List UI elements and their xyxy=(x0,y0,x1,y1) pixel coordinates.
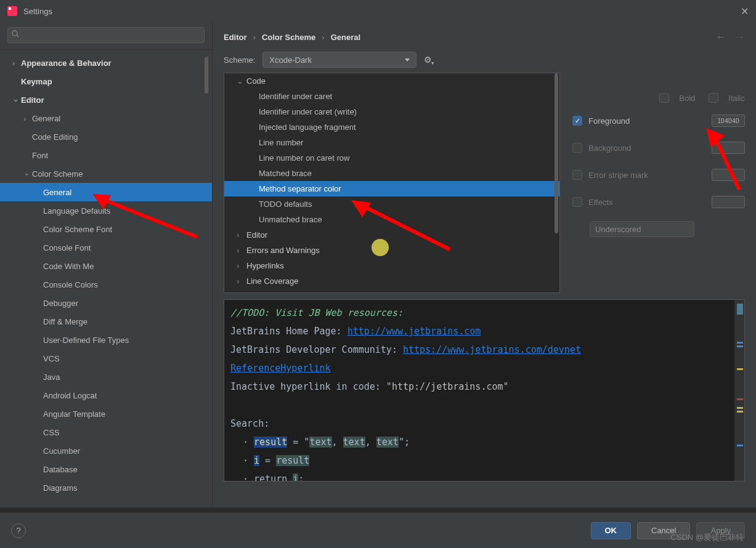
nav-item[interactable]: ›General xyxy=(0,109,212,127)
list-item[interactable]: Matched brace xyxy=(224,166,559,181)
background-swatch[interactable] xyxy=(712,142,745,154)
list-item[interactable]: Method separator color xyxy=(224,181,559,196)
nav-item[interactable]: VCS xyxy=(0,349,212,368)
titlebar: Settings ✕ xyxy=(0,0,756,22)
nav-item[interactable]: User-Defined File Types xyxy=(0,331,212,349)
nav-item[interactable]: ›Appearance & Behavior xyxy=(0,54,212,72)
list-item[interactable]: ⌄Code xyxy=(224,73,559,89)
nav-item[interactable]: Cucumber xyxy=(0,441,212,460)
list-item[interactable]: Injected language fragment xyxy=(224,119,559,135)
effects-swatch[interactable] xyxy=(712,196,745,208)
help-button[interactable]: ? xyxy=(11,523,26,538)
search-input[interactable] xyxy=(7,27,205,43)
nav-item[interactable]: Diagrams xyxy=(0,478,212,497)
list-item[interactable]: ›Line Coverage xyxy=(224,273,559,289)
stripe-swatch[interactable] xyxy=(712,169,745,181)
list-item[interactable]: Unmatched brace xyxy=(224,212,559,227)
list-item[interactable]: TODO defaults xyxy=(224,196,559,212)
list-item[interactable]: Identifier under caret xyxy=(224,89,559,104)
svg-rect-1 xyxy=(9,7,11,10)
nav-item[interactable]: Database xyxy=(0,460,212,478)
ok-button[interactable]: OK xyxy=(591,522,632,539)
scrollbar[interactable] xyxy=(555,73,558,233)
effect-type-select[interactable]: Underscored xyxy=(590,221,694,237)
app-icon xyxy=(7,6,17,16)
svg-line-3 xyxy=(17,35,18,37)
list-item[interactable]: Line number on caret row xyxy=(224,150,559,166)
color-properties: Bold Italic Foreground 1D4D4D Background xyxy=(572,73,745,293)
nav-item[interactable]: Diff & Merge xyxy=(0,312,212,331)
scheme-select[interactable]: Xcode-Dark xyxy=(262,52,417,68)
nav-item[interactable]: Code With Me xyxy=(0,257,212,275)
gutter xyxy=(734,300,744,481)
nav-item[interactable]: Console Colors xyxy=(0,275,212,294)
bold-checkbox[interactable] xyxy=(659,93,669,103)
nav-item[interactable]: ⌄Editor xyxy=(0,91,212,109)
nav-item[interactable]: CSS xyxy=(0,423,212,441)
forward-icon[interactable]: → xyxy=(734,31,745,44)
gear-icon[interactable]: ⚙▾ xyxy=(424,55,432,65)
color-item-list[interactable]: ⌄CodeIdentifier under caretIdentifier un… xyxy=(224,73,560,293)
nav-item[interactable]: Angular Template xyxy=(0,405,212,423)
nav-item[interactable]: Keymap xyxy=(0,72,212,91)
close-icon[interactable]: ✕ xyxy=(741,6,749,17)
list-item[interactable]: ›Hyperlinks xyxy=(224,258,559,273)
annotation-dot xyxy=(372,239,389,256)
nav-item[interactable]: Android Logcat xyxy=(0,386,212,405)
watermark: CSDN @爱徒巴菲特 xyxy=(670,532,744,543)
breadcrumb: Editor› Color Scheme› General xyxy=(224,33,360,42)
preview-editor[interactable]: //TODO: Visit JB Web resources: JetBrain… xyxy=(224,299,745,482)
link[interactable]: https://www.jetbrains.com/devnet xyxy=(403,344,581,355)
back-icon[interactable]: ← xyxy=(715,31,726,44)
nav-item[interactable]: Debugger xyxy=(0,294,212,312)
stripe-checkbox[interactable] xyxy=(572,170,582,180)
nav-item[interactable]: General xyxy=(0,183,212,201)
list-item[interactable]: Identifier under caret (write) xyxy=(224,104,559,119)
nav-item[interactable]: Language Defaults xyxy=(0,201,212,220)
chevron-down-icon xyxy=(405,58,410,62)
nav-item[interactable]: Java xyxy=(0,368,212,386)
footer: ? OK Cancel Apply xyxy=(0,512,756,548)
background-checkbox[interactable] xyxy=(572,143,582,153)
nav-item[interactable]: Console Font xyxy=(0,238,212,257)
svg-point-2 xyxy=(12,31,17,36)
settings-nav: ›Appearance & BehaviorKeymap⌄Editor›Gene… xyxy=(0,22,213,507)
list-item[interactable]: ›Errors and Warnings xyxy=(224,243,559,258)
italic-checkbox[interactable] xyxy=(709,93,718,103)
foreground-checkbox[interactable] xyxy=(572,116,582,126)
nav-item[interactable]: Color Scheme Font xyxy=(0,220,212,238)
nav-item[interactable]: Code Editing xyxy=(0,127,212,146)
scrollbar[interactable] xyxy=(205,57,208,94)
link[interactable]: ReferenceHyperlink xyxy=(230,363,331,374)
list-item[interactable]: Line number xyxy=(224,135,559,150)
effects-checkbox[interactable] xyxy=(572,197,582,207)
nav-item[interactable]: Font xyxy=(0,146,212,164)
list-item[interactable]: ›Editor xyxy=(224,227,559,243)
scheme-label: Scheme: xyxy=(224,55,255,65)
search-icon xyxy=(12,30,20,40)
window-title: Settings xyxy=(23,7,741,16)
foreground-swatch[interactable]: 1D4D4D xyxy=(712,115,745,127)
link[interactable]: http://www.jetbrains.com xyxy=(348,326,481,337)
nav-item[interactable]: ⌄Color Scheme xyxy=(0,164,212,183)
